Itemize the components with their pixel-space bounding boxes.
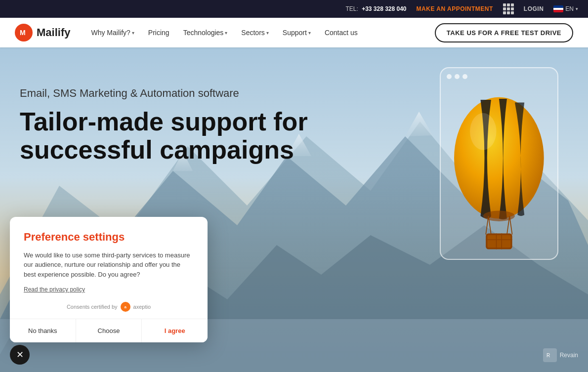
- svg-rect-18: [487, 235, 510, 248]
- revain-badge: R Revain: [543, 348, 578, 362]
- phone-number: +33 328 328 040: [362, 5, 406, 12]
- nav-item-support[interactable]: Support ▾: [277, 25, 317, 41]
- nav-item-contact[interactable]: Contact us: [319, 25, 364, 41]
- revain-icon: R: [543, 348, 557, 362]
- nav-item-pricing[interactable]: Pricing: [142, 25, 175, 41]
- cta-button[interactable]: Take Us For A Free Test Drive: [435, 23, 573, 42]
- chevron-down-icon: ▾: [225, 30, 227, 36]
- svg-text:M: M: [20, 29, 26, 37]
- close-button[interactable]: ✕: [10, 345, 30, 365]
- nav-item-sectors[interactable]: Sectors ▾: [235, 25, 274, 41]
- nav-item-technologies[interactable]: Technologies ▾: [177, 25, 234, 41]
- dot-2: [455, 74, 460, 79]
- grid-icon[interactable]: [503, 3, 514, 14]
- revain-label: Revain: [560, 352, 578, 359]
- choose-button[interactable]: Choose: [76, 319, 142, 342]
- agree-button[interactable]: I agree: [142, 319, 208, 342]
- appointment-link[interactable]: MAKE AN APPOINTMENT: [417, 5, 493, 12]
- svg-point-10: [454, 97, 544, 219]
- chevron-down-icon: ▾: [266, 30, 269, 36]
- chevron-down-icon: ▾: [132, 30, 134, 36]
- dot-1: [447, 74, 452, 79]
- hero-section: Email, SMS Marketing & Automation softwa…: [0, 47, 588, 372]
- preference-modal: Preference settings We would like to use…: [10, 217, 208, 343]
- navbar: M Mailify Why Mailify? ▾ Pricing Technol…: [0, 18, 588, 47]
- balloon-illustration: [446, 84, 552, 253]
- login-button[interactable]: LOGIN: [524, 5, 544, 12]
- phone-label: TEL: +33 328 328 040: [345, 5, 406, 12]
- modal-body: We would like to use some third-party se…: [24, 250, 194, 280]
- balloon-card: [440, 67, 558, 260]
- top-bar: TEL: +33 328 328 040 MAKE AN APPOINTMENT…: [0, 0, 588, 18]
- lang-chevron-icon: ▾: [576, 6, 578, 11]
- balloon-card-dots: [447, 74, 467, 79]
- hero-content: Email, SMS Marketing & Automation softwa…: [20, 87, 336, 179]
- certified-label: Consents certified by a axeptio: [24, 302, 194, 312]
- axeptio-icon: a: [121, 302, 130, 312]
- svg-text:R: R: [546, 353, 550, 358]
- dot-3: [462, 74, 467, 79]
- logo-icon: M: [15, 24, 33, 41]
- lang-label: EN: [565, 5, 574, 12]
- nav-links: Why Mailify? ▾ Pricing Technologies ▾ Se…: [85, 25, 434, 41]
- logo-link[interactable]: M Mailify: [15, 24, 70, 41]
- svg-point-11: [470, 113, 496, 150]
- hero-subtitle: Email, SMS Marketing & Automation softwa…: [20, 87, 336, 100]
- modal-title: Preference settings: [24, 231, 194, 244]
- close-icon: ✕: [16, 349, 24, 360]
- language-selector[interactable]: EN ▾: [553, 5, 578, 12]
- flag-icon: [553, 5, 563, 12]
- privacy-policy-link[interactable]: Read the privacy policy: [24, 286, 194, 293]
- logo-text: Mailify: [37, 26, 70, 39]
- no-thanks-button[interactable]: No thanks: [10, 319, 76, 342]
- hero-title: Tailor-made support for successful campa…: [20, 108, 336, 164]
- nav-item-why-mailify[interactable]: Why Mailify? ▾: [85, 25, 140, 41]
- modal-buttons: No thanks Choose I agree: [10, 319, 208, 342]
- chevron-down-icon: ▾: [308, 30, 311, 36]
